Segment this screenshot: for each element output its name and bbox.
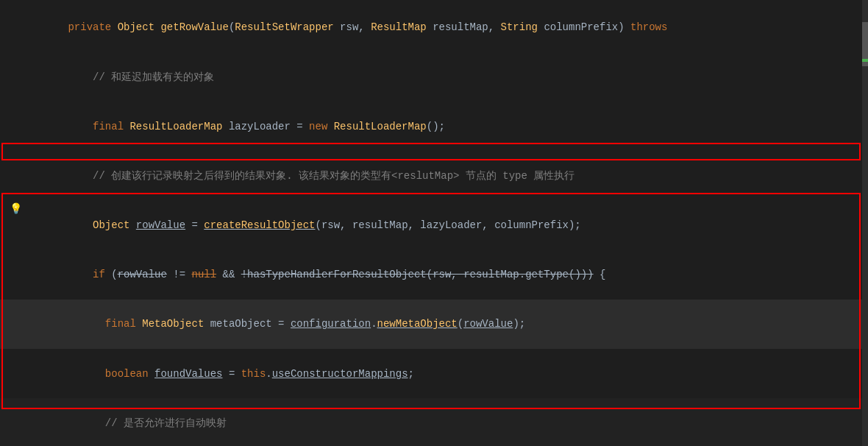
code-line-1: private Object getRowValue(ResultSetWrap…	[0, 3, 868, 52]
var-metaobject: metaObject =	[210, 318, 291, 330]
method-newmeta: newMetaObject	[377, 318, 458, 330]
type-string: String	[501, 21, 544, 33]
args-5: (rsw, resultMap, lazyLoader, columnPrefi…	[316, 219, 581, 231]
paren-7: (	[458, 318, 463, 330]
var-lazyloader: lazyLoader =	[229, 121, 309, 132]
keyword-if: if	[93, 269, 111, 280]
line-content-1: private Object getRowValue(ResultSetWrap…	[28, 3, 868, 52]
comment-4: // 创建该行记录映射之后得到的结果对象. 该结果对象的类型有<reslutMa…	[93, 170, 574, 182]
indent-7	[68, 318, 104, 330]
line-content-6: if (rowValue != null && !hasTypeHandlerF…	[28, 250, 868, 300]
type-resultmap: ResultMap	[371, 21, 433, 33]
arg-rowvalue-7: rowValue	[463, 318, 513, 330]
keyword-final-7: final	[105, 318, 142, 330]
eq-8: =	[222, 368, 241, 380]
dot-8: .	[266, 368, 271, 380]
keyword-this-8: this	[241, 368, 266, 380]
type-rsw: ResultSetWrapper	[235, 21, 340, 33]
var-config-7: configuration	[291, 318, 371, 330]
paren-if-6: (	[111, 269, 117, 280]
neq-6: !=	[167, 269, 192, 280]
bulb-icon: 💡	[10, 201, 22, 217]
line-content-2: // 和延迟加载有关的对象	[28, 52, 868, 102]
comment-2: // 和延迟加载有关的对象	[93, 71, 214, 83]
type-metaobject: MetaObject	[142, 318, 210, 330]
eq-5: =	[185, 219, 204, 231]
parens-3: ();	[427, 121, 445, 132]
field-useconstructor: useConstructorMappings	[272, 368, 408, 380]
code-editor: private Object getRowValue(ResultSetWrap…	[0, 0, 868, 446]
line-content-5: Object rowValue = createResultObject(rsw…	[28, 201, 868, 250]
keyword-throws: throws	[630, 21, 667, 33]
line-content-3: final ResultLoaderMap lazyLoader = new R…	[28, 102, 868, 151]
type-rslm2: ResultLoaderMap	[334, 121, 427, 132]
keyword-bool-8: boolean	[105, 368, 154, 380]
line-content-4: // 创建该行记录映射之后得到的结果对象. 该结果对象的类型有<reslutMa…	[28, 152, 868, 201]
line-content-8: boolean foundValues = this.useConstructo…	[28, 349, 868, 398]
param-resultmap: resultMap,	[433, 21, 500, 33]
indent-9	[68, 417, 104, 429]
param-colprefix: columnPrefix)	[544, 21, 630, 33]
and-6: &&	[216, 269, 241, 280]
keyword-private: private	[68, 21, 117, 33]
keyword-final: final	[93, 121, 129, 132]
scrollbar[interactable]	[862, 0, 868, 446]
method-getrowvalue: getRowValue	[160, 21, 228, 33]
code-line-7: final MetaObject metaObject = configurat…	[0, 300, 868, 349]
var-foundvalues-8: foundValues	[154, 368, 222, 380]
line-content-9: // 是否允许进行自动映射	[28, 398, 868, 446]
brace-6: {	[594, 269, 606, 280]
keyword-new: new	[309, 121, 334, 132]
code-line-3: final ResultLoaderMap lazyLoader = new R…	[0, 102, 868, 151]
gutter-5: 💡	[6, 201, 28, 217]
indent-5	[68, 219, 93, 231]
method-create: createResultObject	[204, 219, 315, 231]
scrollbar-marker	[862, 59, 868, 62]
indent-8	[68, 368, 104, 380]
type-object: Object	[118, 21, 161, 33]
comment-9: // 是否允许进行自动映射	[105, 417, 227, 429]
code-line-6: if (rowValue != null && !hasTypeHandlerF…	[0, 250, 868, 300]
type-rslm: ResultLoaderMap	[129, 121, 228, 132]
indent-4	[68, 170, 93, 182]
semi-7: );	[513, 318, 525, 330]
indent-6	[68, 269, 93, 280]
strikethrough-null: null	[191, 269, 216, 280]
indent-3	[68, 121, 93, 132]
strikethrough-method: !hasTypeHandlerForResultObject(rsw, resu…	[241, 269, 594, 280]
var-rowvalue: rowValue	[136, 219, 185, 231]
param-rsw: rsw,	[340, 21, 371, 33]
line-content-7: final MetaObject metaObject = configurat…	[28, 300, 868, 349]
code-line-2: // 和延迟加载有关的对象	[0, 52, 868, 102]
strikethrough-rowvalue: rowValue	[118, 269, 167, 280]
type-object-5: Object	[93, 219, 136, 231]
code-line-8: boolean foundValues = this.useConstructo…	[0, 349, 868, 398]
code-line-9: // 是否允许进行自动映射	[0, 398, 868, 446]
code-line-5: 💡 Object rowValue = createResultObject(r…	[0, 201, 868, 250]
indent-2	[68, 71, 93, 83]
code-line-4: // 创建该行记录映射之后得到的结果对象. 该结果对象的类型有<reslutMa…	[0, 152, 868, 201]
dot-7: .	[371, 318, 377, 330]
semi-8: ;	[408, 368, 414, 380]
